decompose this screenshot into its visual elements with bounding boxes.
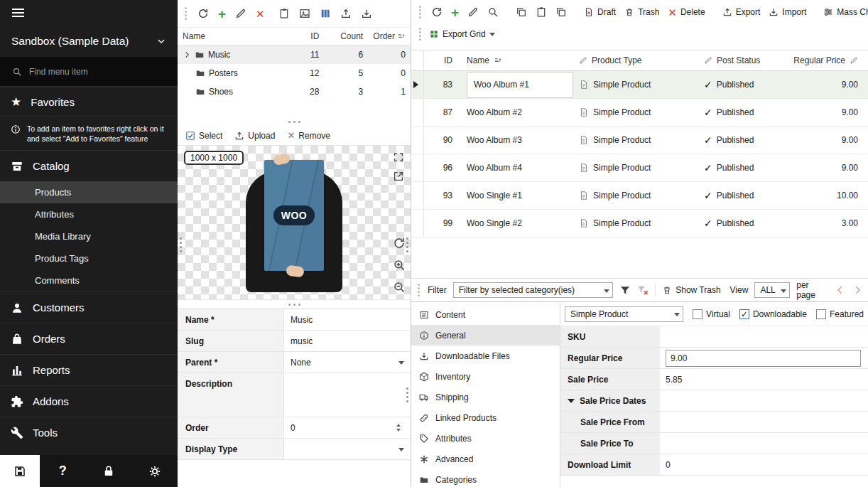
edit-pencil-icon[interactable] xyxy=(235,8,246,19)
settings-button[interactable] xyxy=(131,455,178,487)
product-row[interactable]: 83 Woo Album #1 Simple Product ✓Publishe… xyxy=(411,71,868,99)
product-row[interactable]: 99 Woo Single #2 Simple Product ✓Publish… xyxy=(411,210,868,237)
col-product-type[interactable]: Product Type xyxy=(573,55,701,65)
hamburger-menu-icon[interactable] xyxy=(12,9,24,17)
sidebar-item-tools[interactable]: Tools xyxy=(0,417,178,448)
trash-button[interactable]: Trash xyxy=(624,7,659,17)
upload-image-button[interactable]: Upload xyxy=(234,131,275,141)
save-button[interactable] xyxy=(0,455,40,487)
show-trash-toggle[interactable]: Show Trash xyxy=(662,285,720,295)
tab-shipping[interactable]: Shipping xyxy=(411,387,560,407)
tab-downloadable-files[interactable]: Downloadable Files xyxy=(411,346,560,366)
product-row[interactable]: 96 Woo Album #4 Simple Product ✓Publishe… xyxy=(411,154,868,182)
tab-inventory[interactable]: Inventory xyxy=(411,366,560,387)
sidebar-item-attributes[interactable]: Attributes xyxy=(0,203,178,225)
store-selector[interactable]: Sandbox (Sample Data) xyxy=(0,26,178,57)
prev-page-icon[interactable] xyxy=(835,284,846,296)
sale-price-field[interactable]: 5.85 xyxy=(660,369,868,390)
image-icon[interactable] xyxy=(299,8,310,19)
category-filter-select[interactable]: Filter by selected category(ies) xyxy=(453,282,614,298)
clear-filter-icon[interactable] xyxy=(637,284,649,296)
copy-icon[interactable] xyxy=(516,6,527,18)
draft-button[interactable]: Draft xyxy=(584,7,616,17)
dropdown-caret-icon[interactable] xyxy=(398,448,404,454)
category-row-shoes[interactable]: Shoes 28 3 1 xyxy=(178,82,411,101)
sidebar-item-favorites[interactable]: ★ Favorites xyxy=(0,87,178,117)
sku-field[interactable] xyxy=(660,326,868,347)
sidebar-item-orders[interactable]: Orders xyxy=(0,323,178,354)
import-button[interactable]: Import xyxy=(769,7,806,17)
sidebar-item-comments[interactable]: Comments xyxy=(0,269,178,291)
col-order[interactable]: Order xyxy=(368,31,411,41)
export-button[interactable]: Export xyxy=(722,7,761,17)
col-count[interactable]: Count xyxy=(324,31,368,41)
upload-tray-icon[interactable] xyxy=(340,8,352,19)
select-image-button[interactable]: Select xyxy=(185,131,222,141)
toolbar-grip[interactable] xyxy=(416,284,421,296)
sidebar-item-customers[interactable]: Customers xyxy=(0,291,178,323)
col-regular-price[interactable]: Regular Price xyxy=(785,55,868,65)
add-category-icon[interactable]: + xyxy=(218,7,226,21)
display-type-select[interactable] xyxy=(284,439,411,459)
refresh-icon[interactable] xyxy=(197,8,209,19)
download-tray-icon[interactable] xyxy=(361,8,372,19)
order-spinner[interactable] xyxy=(392,422,404,434)
category-row-posters[interactable]: Posters 12 5 0 xyxy=(178,64,411,82)
download-limit-field[interactable]: 0 xyxy=(660,454,868,475)
expand-chevron-icon[interactable] xyxy=(183,50,191,59)
name-field[interactable]: Music xyxy=(284,309,411,330)
sale-price-from-field[interactable] xyxy=(660,412,868,432)
fullscreen-icon[interactable] xyxy=(393,151,404,163)
delete-button[interactable]: ✕ Delete xyxy=(668,7,705,18)
search-icon[interactable] xyxy=(487,6,499,18)
vertical-splitter-grip[interactable] xyxy=(406,237,408,252)
virtual-checkbox[interactable]: ✓ Virtual xyxy=(693,309,730,319)
col-product-name[interactable]: Name xyxy=(460,55,573,65)
sidebar-item-addons[interactable]: Addons xyxy=(0,385,178,417)
vertical-splitter-grip[interactable] xyxy=(406,387,408,402)
toolbar-grip[interactable] xyxy=(418,28,423,41)
order-field[interactable]: 0 xyxy=(284,417,411,438)
regular-price-input[interactable]: 9.00 xyxy=(666,350,861,367)
tab-content[interactable]: Content xyxy=(411,304,560,325)
open-external-icon[interactable] xyxy=(393,171,404,182)
regular-price-field[interactable]: 9.00 xyxy=(660,348,868,368)
tab-linked-products[interactable]: Linked Products xyxy=(411,407,560,428)
zoom-in-icon[interactable] xyxy=(393,259,406,272)
downloadable-checkbox[interactable]: ✓ Downloadable xyxy=(739,309,807,319)
duplicate-icon[interactable] xyxy=(555,6,567,18)
sidebar-item-catalog[interactable]: Catalog xyxy=(0,150,178,181)
per-page-select[interactable]: ALL xyxy=(754,282,790,298)
rotate-icon[interactable] xyxy=(393,237,406,250)
toolbar-grip[interactable] xyxy=(418,6,423,18)
edit-pencil-icon[interactable] xyxy=(467,6,479,18)
col-name[interactable]: Name xyxy=(178,31,285,41)
toolbar-grip[interactable] xyxy=(183,7,188,20)
horizontal-splitter[interactable] xyxy=(178,300,411,309)
lock-button[interactable] xyxy=(86,455,132,487)
parent-select[interactable]: None xyxy=(284,352,411,373)
tab-advanced[interactable]: Advanced xyxy=(411,449,560,469)
help-button[interactable]: ? xyxy=(40,455,86,487)
apply-filter-icon[interactable] xyxy=(619,284,631,296)
tab-attributes[interactable]: Attributes xyxy=(411,428,560,449)
product-row[interactable]: 87 Woo Album #2 Simple Product ✓Publishe… xyxy=(411,99,868,127)
sidebar-item-product-tags[interactable]: Product Tags xyxy=(0,247,178,269)
sale-price-dates-group[interactable]: Sale Price Dates xyxy=(560,390,868,412)
col-product-id[interactable]: ID xyxy=(424,55,460,65)
col-id[interactable]: ID xyxy=(285,31,325,41)
export-grid-button[interactable]: Export Grid xyxy=(429,29,495,39)
slug-field[interactable]: music xyxy=(284,331,411,351)
category-row-music[interactable]: Music 11 6 0 xyxy=(178,46,411,64)
zoom-out-icon[interactable] xyxy=(393,281,406,294)
description-field[interactable] xyxy=(284,373,411,417)
featured-checkbox[interactable]: ✓ Featured xyxy=(816,309,864,319)
next-page-icon[interactable] xyxy=(852,284,863,296)
clipboard-icon[interactable] xyxy=(278,8,290,19)
product-type-select[interactable]: Simple Product xyxy=(565,306,683,322)
paste-icon[interactable] xyxy=(536,6,547,18)
sidebar-item-products[interactable]: Products xyxy=(0,181,178,203)
delete-category-icon[interactable]: ✕ xyxy=(256,9,265,19)
vertical-splitter-grip[interactable] xyxy=(180,237,182,252)
sidebar-item-media-library[interactable]: Media Library xyxy=(0,225,178,247)
